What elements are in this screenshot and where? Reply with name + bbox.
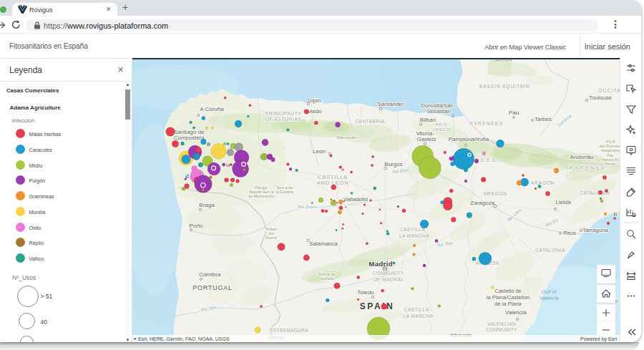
- svg-text:Santander: Santander: [378, 101, 404, 107]
- svg-text:Lleida: Lleida: [555, 199, 571, 205]
- svg-text:Valencia: Valencia: [505, 309, 527, 316]
- svg-text:CANTABRIA: CANTABRIA: [355, 119, 384, 124]
- svg-text:Compostela: Compostela: [174, 135, 205, 141]
- svg-text:ARAGON: ARAGON: [483, 191, 507, 196]
- svg-text:CATALONIA: CATALONIA: [535, 248, 565, 253]
- svg-text:Toulouse: Toulouse: [589, 94, 613, 101]
- svg-text:OF ASTURIAS: OF ASTURIAS: [265, 117, 301, 122]
- svg-text:EXTREMADURA: EXTREMADURA: [270, 328, 308, 333]
- svg-text:Zaragoza: Zaragoza: [470, 200, 494, 206]
- svg-text:Burgos: Burgos: [384, 161, 402, 167]
- svg-text:Gredos: Gredos: [320, 276, 334, 281]
- svg-text:Madrid: Madrid: [369, 260, 392, 268]
- svg-text:LA MANCHA: LA MANCHA: [399, 233, 429, 238]
- svg-text:Valencia: Valencia: [540, 296, 559, 301]
- svg-text:de la Plana: de la Plana: [494, 301, 522, 307]
- svg-text:Salamanca: Salamanca: [309, 240, 338, 247]
- svg-text:LA MANCHA: LA MANCHA: [403, 313, 433, 319]
- svg-text:ARAGON: ARAGON: [531, 180, 555, 185]
- svg-text:SPAIN: SPAIN: [360, 301, 394, 311]
- svg-text:León: León: [313, 148, 326, 155]
- svg-text:Sebastián: Sebastián: [426, 108, 450, 115]
- svg-text:Ariegeoises: Ariegeoises: [601, 148, 620, 152]
- svg-text:COMMUNITY: COMMUNITY: [486, 327, 517, 332]
- svg-text:OCCITAN: OCCITAN: [598, 88, 620, 93]
- svg-text:Gascogne: Gascogne: [492, 59, 512, 62]
- svg-text:B: B: [613, 211, 617, 218]
- svg-text:PYRENEES: PYRENEES: [469, 121, 503, 126]
- svg-text:Rio Duero: Rio Duero: [298, 205, 318, 209]
- svg-text:Mampodre: Mampodre: [337, 135, 358, 140]
- svg-text:PAIS: PAIS: [436, 122, 448, 127]
- svg-text:Pirineu: Pirineu: [605, 162, 616, 166]
- svg-text:Tarbes: Tarbes: [535, 116, 552, 122]
- svg-text:Porto: Porto: [189, 223, 203, 229]
- svg-text:Gasteiz: Gasteiz: [416, 136, 436, 142]
- svg-text:OF MADRID: OF MADRID: [374, 277, 403, 282]
- svg-text:PORTUGAL: PORTUGAL: [192, 284, 233, 291]
- svg-text:de Montesinho: de Montesinho: [248, 194, 274, 198]
- svg-text:BASSIN AQUITAIN: BASSIN AQUITAIN: [479, 84, 530, 89]
- svg-text:Coimbra: Coimbra: [199, 271, 221, 278]
- svg-text:Duero: Duero: [266, 235, 277, 240]
- svg-text:Pau: Pau: [509, 110, 519, 116]
- svg-text:Gulf of: Gulf of: [542, 289, 557, 294]
- svg-text:Powered by Esri: Powered by Esri: [580, 336, 617, 342]
- svg-text:Toledo: Toledo: [357, 289, 374, 296]
- svg-text:Andorrão: Andorrão: [570, 154, 594, 160]
- svg-text:VASCO: VASCO: [432, 127, 450, 132]
- svg-text:A Coruña: A Coruña: [200, 106, 224, 112]
- svg-text:Braga: Braga: [199, 202, 215, 208]
- svg-text:a Culebra: a Culebra: [276, 190, 294, 194]
- svg-text:Tarragona: Tarragona: [582, 227, 609, 233]
- svg-text:la Plana/Castellón: la Plana/Castellón: [487, 294, 530, 301]
- svg-text:Esri, HERE, Garmin, FAO, NOAA,: Esri, HERE, Garmin, FAO, NOAA, USGS: [138, 336, 230, 341]
- svg-text:Pamplona/Iruña: Pamplona/Iruña: [449, 136, 489, 142]
- svg-text:VALENCIAN: VALENCIAN: [487, 321, 516, 326]
- svg-text:PYRENEE: PYRENEE: [570, 165, 607, 170]
- svg-text:PRINCIPAUTY: PRINCIPAUTY: [265, 111, 302, 116]
- svg-text:Castelló de: Castelló de: [494, 288, 522, 294]
- svg-text:COMMUNITY: COMMUNITY: [372, 271, 404, 276]
- svg-text:CASTILLA -: CASTILLA -: [404, 307, 432, 312]
- svg-text:Bilbao: Bilbao: [420, 117, 436, 123]
- svg-text:Reus: Reus: [563, 230, 576, 236]
- svg-text:Valladolid: Valladolid: [343, 196, 368, 203]
